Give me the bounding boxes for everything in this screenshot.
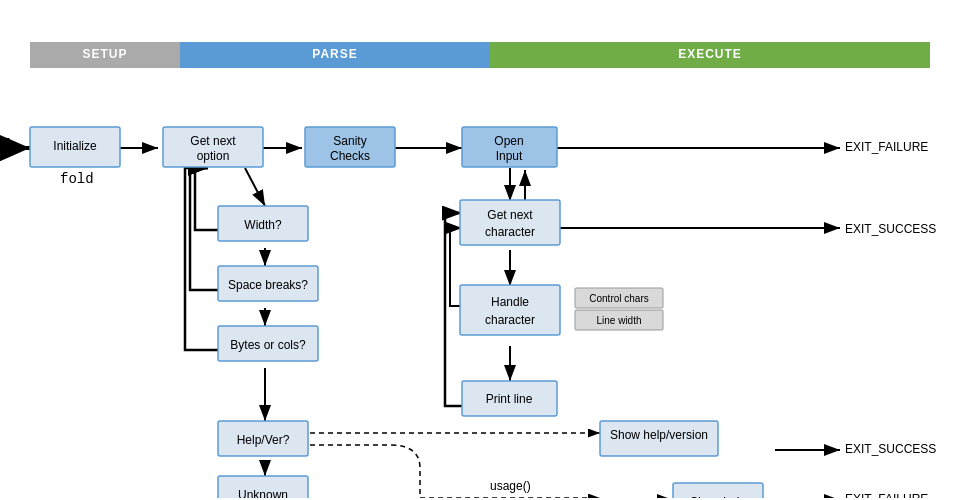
show-help-version-label: Show help/version [610, 428, 708, 442]
get-next-option-label2: option [197, 149, 230, 163]
open-input-label: Open [494, 134, 523, 148]
initialize-label: Initialize [53, 139, 97, 153]
phase-execute-label: EXECUTE [678, 47, 742, 61]
exit-failure-1: EXIT_FAILURE [845, 140, 928, 154]
fold-label: fold [60, 171, 94, 187]
show-help-label: Show help [690, 495, 746, 498]
handle-char-label2: character [485, 313, 535, 327]
bytes-cols-label: Bytes or cols? [230, 338, 306, 352]
get-next-option-label: Get next [190, 134, 236, 148]
handle-char-label: Handle [491, 295, 529, 309]
phase-setup-label: SETUP [82, 47, 127, 61]
print-line-label: Print line [486, 392, 533, 406]
phase-parse-label: PARSE [312, 47, 357, 61]
exit-success-2: EXIT_SUCCESS [845, 442, 936, 456]
handle-char-box [460, 285, 560, 335]
get-next-char-label2: character [485, 225, 535, 239]
sanity-checks-label2: Checks [330, 149, 370, 163]
help-ver-label: Help/Ver? [237, 433, 290, 447]
exit-success-1: EXIT_SUCCESS [845, 222, 936, 236]
space-breaks-label: Space breaks? [228, 278, 308, 292]
sanity-checks-label: Sanity [333, 134, 366, 148]
line-width-label: Line width [596, 315, 641, 326]
exit-failure-2: EXIT_FAILURE [845, 492, 928, 498]
get-next-char-label: Get next [487, 208, 533, 222]
open-input-label2: Input [496, 149, 523, 163]
usage-label: usage() [490, 479, 531, 493]
unknown-label: Unknown [238, 488, 288, 498]
control-chars-label: Control chars [589, 293, 648, 304]
width-label: Width? [244, 218, 282, 232]
svg-line-16 [245, 168, 265, 206]
